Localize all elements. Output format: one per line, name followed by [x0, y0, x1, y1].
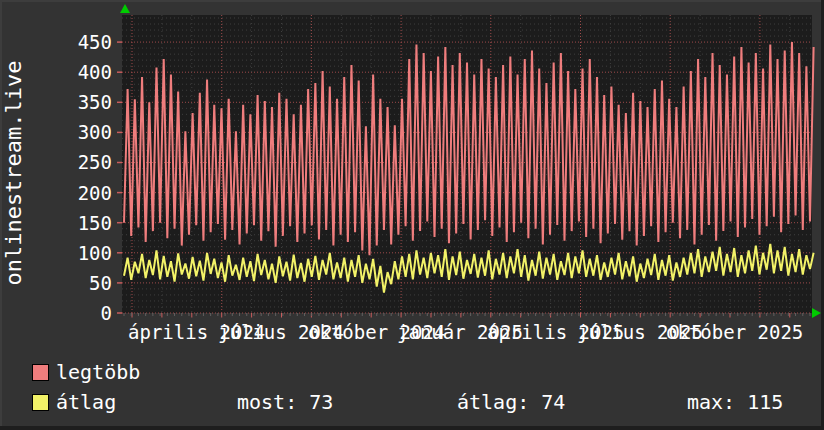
plot-svg — [114, 15, 818, 321]
y-axis-tick-label: 450 — [0, 31, 112, 53]
legend-label-legtobb: legtöbb — [56, 360, 140, 384]
y-axis-tick-label: 400 — [0, 61, 112, 83]
legend-swatch-atlag — [32, 394, 49, 411]
axis-arrow-up-icon — [120, 4, 130, 13]
y-axis-tick-label: 200 — [0, 182, 112, 204]
y-axis-tick-label: 0 — [0, 302, 112, 324]
legend-swatch-legtobb — [32, 364, 49, 381]
axis-arrow-right-icon — [812, 308, 821, 318]
y-axis-tick-label: 350 — [0, 91, 112, 113]
bevel-bottom — [0, 426, 824, 430]
y-axis-tick-label: 250 — [0, 151, 112, 173]
plot-area — [114, 15, 818, 321]
stat-atlag: átlag: 74 — [457, 390, 565, 414]
bevel-top — [0, 0, 824, 2]
y-axis-tick-label: 300 — [0, 121, 112, 143]
x-axis-tick-label: október 2025 — [666, 320, 803, 344]
y-axis-tick-label: 100 — [0, 242, 112, 264]
stat-most: most: 73 — [237, 390, 333, 414]
y-axis-tick-label: 50 — [0, 272, 112, 294]
legend-label-atlag: átlag — [56, 390, 116, 414]
y-axis-tick-label: 150 — [0, 212, 112, 234]
stat-max: max: 115 — [687, 390, 783, 414]
rrd-graph: onlinestream.live 4504003503002502001501… — [0, 0, 824, 430]
